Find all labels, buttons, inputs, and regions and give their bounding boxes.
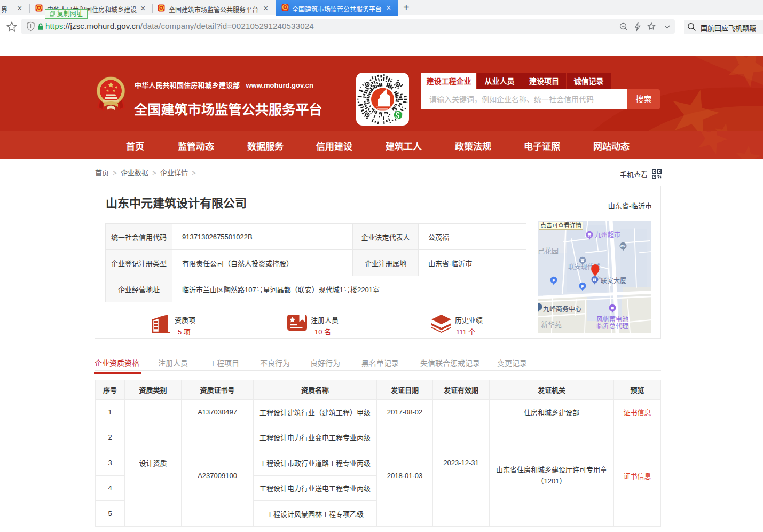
svg-text:己花园: 己花园 [538,247,559,255]
svg-text:九峰商务中心: 九峰商务中心 [543,305,581,313]
svg-text:P: P [581,284,584,289]
svg-text:新华苑: 新华苑 [541,320,562,328]
svg-text:九州超市: 九州超市 [595,231,620,239]
svg-text:P: P [552,278,555,283]
svg-text:ATM: ATM [620,245,625,248]
svg-text:临沂总代理: 临沂总代理 [596,323,628,330]
svg-text:风帆蓄电池: 风帆蓄电池 [596,315,628,323]
svg-text:联安大厦: 联安大厦 [601,277,626,285]
